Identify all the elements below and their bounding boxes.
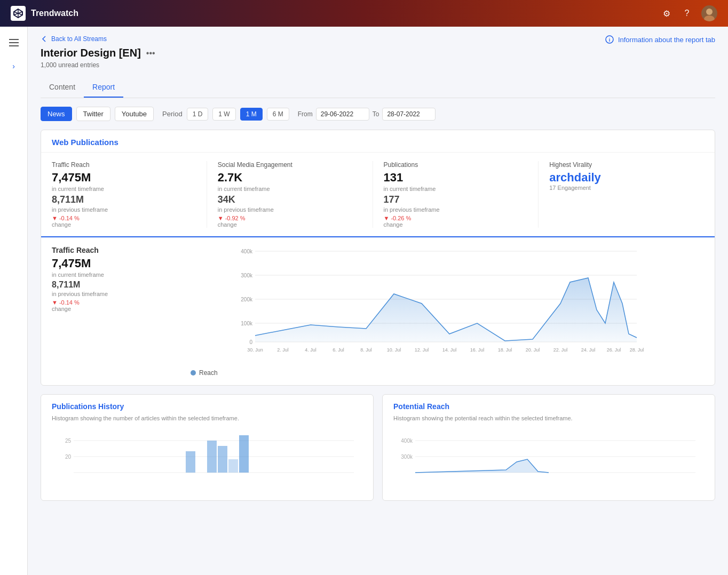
bottom-row: Publications History Histogram showing t… [41, 394, 715, 501]
sidebar: › [0, 27, 28, 575]
tab-bar: Content Report [41, 77, 715, 98]
svg-text:28. Jul: 28. Jul [630, 347, 644, 353]
publications-label: Publications [384, 161, 528, 169]
social-engagement-change: ▼ -0.92 % [218, 215, 362, 221]
traffic-reach-value: 7,475M [52, 171, 196, 185]
highest-virality-engagement: 17 Engagement [549, 185, 693, 191]
period-6m-button[interactable]: 6 M [267, 108, 289, 121]
potential-reach-card: Potential Reach Histogram showing the po… [382, 394, 715, 501]
svg-rect-42 [186, 451, 195, 473]
social-engagement-value: 2.7K [218, 171, 362, 185]
period-1d-button[interactable]: 1 D [187, 108, 209, 121]
publications-change: ▼ -0.26 % [384, 215, 528, 221]
chart-change: ▼ -0.14 % [52, 299, 159, 306]
traffic-reach-change-label: change [52, 221, 196, 228]
chart-change-label: change [52, 306, 159, 312]
highest-virality-value: archdaily [549, 171, 693, 185]
svg-text:6. Jul: 6. Jul [333, 347, 344, 353]
svg-text:2. Jul: 2. Jul [277, 347, 289, 353]
down-arrow-icon: ▼ [218, 215, 224, 221]
svg-rect-46 [239, 435, 249, 473]
main-layout: › Back to All Streams Interior Design [E… [0, 27, 728, 575]
down-arrow-icon: ▼ [52, 215, 58, 221]
svg-rect-45 [228, 459, 238, 473]
source-youtube-button[interactable]: Youtube [115, 107, 154, 121]
sidebar-expand-icon[interactable]: › [6, 59, 21, 74]
web-publications-card: Web Publications Traffic Reach 7,475M in… [41, 130, 715, 386]
svg-text:30. Jun: 30. Jun [247, 347, 263, 353]
sidebar-menu-icon[interactable] [6, 35, 21, 50]
logo-icon[interactable] [11, 6, 26, 21]
chart-prev-label: in previous timeframe [52, 291, 159, 297]
svg-text:400k: 400k [241, 249, 253, 254]
svg-text:10. Jul: 10. Jul [387, 347, 401, 353]
svg-text:25: 25 [65, 438, 72, 444]
user-avatar[interactable] [701, 5, 717, 21]
source-twitter-button[interactable]: Twitter [76, 107, 110, 121]
svg-text:20: 20 [65, 454, 72, 460]
traffic-reach-prev-label: in previous timeframe [52, 206, 196, 213]
period-1m-button[interactable]: 1 M [240, 108, 263, 121]
svg-text:100k: 100k [241, 321, 253, 326]
web-publications-title: Web Publications [41, 130, 715, 153]
tab-content[interactable]: Content [41, 77, 84, 98]
tab-report[interactable]: Report [84, 77, 123, 98]
settings-icon[interactable]: ⚙ [661, 7, 672, 19]
publications-change-label: change [384, 221, 528, 228]
stat-social-engagement: Social Media Engagement 2.7K in current … [218, 161, 373, 228]
svg-rect-43 [207, 441, 217, 473]
publications-current-label: in current timeframe [384, 186, 528, 192]
publications-prev: 177 [384, 194, 528, 205]
chart-left-stats: Traffic Reach 7,475M in current timefram… [52, 246, 169, 377]
publications-prev-label: in previous timeframe [384, 206, 528, 213]
header-left: Trendwatch [11, 6, 78, 21]
potential-reach-title: Potential Reach [383, 395, 715, 413]
from-date-input[interactable] [316, 108, 369, 121]
chart-area: 400k 300k 200k 100k 0 [169, 246, 704, 377]
header: Trendwatch ⚙ ? [0, 0, 728, 27]
breadcrumb[interactable]: Back to All Streams [41, 35, 155, 43]
svg-rect-44 [218, 446, 227, 473]
source-news-button[interactable]: News [41, 107, 72, 121]
chart-prev-value: 8,711M [52, 280, 159, 290]
to-label: To [373, 110, 379, 118]
period-1w-button[interactable]: 1 W [212, 108, 235, 121]
svg-text:12. Jul: 12. Jul [415, 347, 429, 353]
svg-rect-8 [9, 45, 19, 46]
svg-text:300k: 300k [241, 273, 253, 278]
social-engagement-label: Social Media Engagement [218, 161, 362, 169]
page-title: Interior Design [EN] [41, 47, 141, 59]
date-range: From To [298, 108, 436, 121]
publications-history-card: Publications History Histogram showing t… [41, 394, 374, 501]
svg-rect-7 [9, 42, 19, 43]
publications-history-desc: Histogram showing the number of articles… [41, 413, 373, 430]
chart-legend: Reach [169, 365, 704, 377]
traffic-reach-current-label: in current timeframe [52, 186, 196, 192]
social-engagement-change-label: change [218, 221, 362, 228]
svg-text:24. Jul: 24. Jul [581, 347, 596, 353]
from-label: From [298, 110, 313, 118]
svg-text:20. Jul: 20. Jul [526, 347, 540, 353]
help-icon[interactable]: ? [681, 7, 693, 19]
svg-text:200k: 200k [241, 297, 253, 302]
publications-history-svg: 25 20 [52, 430, 362, 494]
chart-current-label: in current timeframe [52, 271, 159, 278]
svg-text:22. Jul: 22. Jul [553, 347, 568, 353]
traffic-chart-section: Traffic Reach 7,475M in current timefram… [41, 236, 715, 385]
svg-text:4. Jul: 4. Jul [305, 347, 316, 353]
highest-virality-label: Highest Virality [549, 161, 693, 169]
info-link[interactable]: i Information about the report tab [605, 35, 715, 44]
publications-value: 131 [384, 171, 528, 185]
page-header: Interior Design [EN] ••• [41, 47, 155, 59]
stat-highest-virality: Highest Virality archdaily 17 Engagement [549, 161, 704, 228]
social-engagement-current-label: in current timeframe [218, 186, 362, 192]
traffic-reach-change: ▼ -0.14 % [52, 215, 196, 221]
svg-text:0: 0 [249, 339, 252, 345]
social-engagement-prev-label: in previous timeframe [218, 206, 362, 213]
svg-text:16. Jul: 16. Jul [470, 347, 485, 353]
more-options-button[interactable]: ••• [146, 49, 155, 58]
to-date-input[interactable] [382, 108, 436, 121]
traffic-reach-label: Traffic Reach [52, 161, 196, 169]
stat-publications: Publications 131 in current timeframe 17… [384, 161, 539, 228]
period-label: Period [162, 110, 183, 118]
